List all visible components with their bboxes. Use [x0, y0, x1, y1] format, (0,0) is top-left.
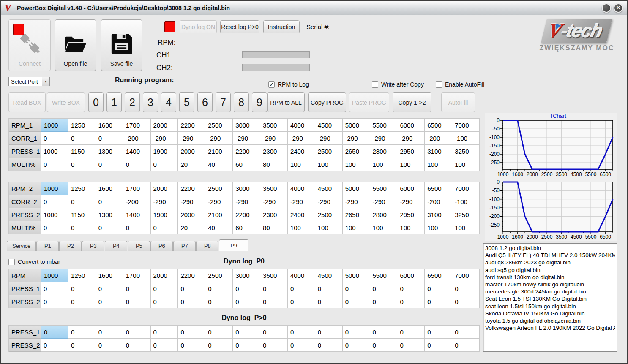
table-cell[interactable]: 0 — [397, 326, 425, 339]
table-cell[interactable]: 0 — [452, 339, 480, 352]
table-cell[interactable]: -290 — [315, 132, 343, 145]
table-cell[interactable]: -290 — [397, 195, 425, 208]
tab-p4[interactable]: P4 — [105, 241, 127, 251]
table-cell[interactable]: 1000 — [41, 182, 68, 195]
table-cell[interactable]: 3250 — [452, 145, 480, 158]
table-cell[interactable]: 5500 — [370, 119, 398, 132]
table-cell[interactable]: 2500 — [205, 269, 233, 282]
table-cell[interactable]: 3100 — [425, 145, 452, 158]
table-cell[interactable]: 1700 — [123, 269, 151, 282]
table-cell[interactable]: 0 — [68, 195, 96, 208]
table-cell[interactable]: 4500 — [315, 182, 343, 195]
table-cell[interactable]: 0 — [178, 339, 205, 352]
table-cell[interactable]: -290 — [370, 132, 398, 145]
table-cell[interactable]: 100 — [452, 221, 480, 234]
table-cell[interactable]: 1250 — [68, 182, 96, 195]
table-cell[interactable]: 2200 — [233, 145, 260, 158]
table-cell[interactable]: 80 — [260, 158, 288, 171]
table-cell[interactable]: 6000 — [397, 182, 425, 195]
table-cell[interactable]: 0 — [68, 282, 96, 295]
table-cell[interactable]: 6000 — [397, 119, 425, 132]
table-cell[interactable]: 0 — [96, 221, 123, 234]
table-cell[interactable]: 0 — [233, 326, 260, 339]
table-cell[interactable]: 60 — [233, 221, 260, 234]
table-cell[interactable]: 2950 — [397, 145, 425, 158]
table-cell[interactable]: 0 — [343, 282, 370, 295]
rpm-to-log-checkbox[interactable]: ✓ RPM to Log — [268, 81, 309, 88]
file-item[interactable]: audi sq5 go digital.bin — [485, 266, 615, 274]
table-cell[interactable]: 4000 — [288, 182, 315, 195]
table-cell[interactable]: 4500 — [315, 119, 343, 132]
table-cell[interactable]: 0 — [123, 326, 151, 339]
dyno-log-on-button[interactable]: Dyno log ON — [180, 20, 217, 33]
table-cell[interactable]: -290 — [233, 132, 260, 145]
file-item[interactable]: ford transit 130km go digital.bin — [485, 274, 615, 281]
copy-1-to-2-button[interactable]: Copy 1->2 — [393, 92, 431, 112]
table-cell[interactable]: 0 — [96, 195, 123, 208]
program-2-button[interactable]: 2 — [125, 92, 140, 112]
table-cell[interactable]: 6500 — [425, 119, 452, 132]
table-cell[interactable]: 1000 — [41, 269, 68, 282]
table-cell[interactable]: 80 — [260, 221, 288, 234]
program-8-button[interactable]: 8 — [234, 92, 249, 112]
table-cell[interactable]: 100 — [315, 158, 343, 171]
table-cell[interactable]: 5000 — [343, 269, 370, 282]
file-item[interactable]: mercedes gle 300d 245km go digital.bin — [485, 288, 615, 295]
table-cell[interactable]: 0 — [205, 339, 233, 352]
program-7-button[interactable]: 7 — [216, 92, 231, 112]
table-cell[interactable]: 5500 — [370, 269, 398, 282]
table-cell[interactable]: 0 — [452, 326, 480, 339]
table-cell[interactable]: 0 — [178, 282, 205, 295]
program-0-button[interactable]: 0 — [88, 92, 104, 112]
table-cell[interactable]: 0 — [315, 339, 343, 352]
table-cell[interactable]: 1300 — [96, 208, 123, 221]
table-cell[interactable]: -290 — [178, 132, 205, 145]
table-cell[interactable]: -290 — [397, 132, 425, 145]
table-cell[interactable]: 0 — [123, 295, 151, 308]
table-cell[interactable]: -200 — [123, 132, 151, 145]
table-cell[interactable]: 1600 — [96, 119, 123, 132]
table-cell[interactable]: 0 — [260, 326, 288, 339]
table-cell[interactable]: 0 — [151, 158, 178, 171]
table-cell[interactable]: -290 — [288, 195, 315, 208]
table-cell[interactable]: -200 — [425, 132, 452, 145]
table-cell[interactable]: 0 — [205, 326, 233, 339]
table-cell[interactable]: 0 — [68, 339, 96, 352]
table-cell[interactable]: 0 — [260, 339, 288, 352]
table-cell[interactable]: -290 — [343, 195, 370, 208]
table-cell[interactable]: 0 — [343, 295, 370, 308]
program-6-button[interactable]: 6 — [197, 92, 213, 112]
table-cell[interactable]: 0 — [425, 282, 452, 295]
tab-p3[interactable]: P3 — [82, 241, 104, 251]
table-cell[interactable]: 2200 — [178, 269, 205, 282]
table-cell[interactable]: 2200 — [178, 182, 205, 195]
table-cell[interactable]: 1300 — [96, 145, 123, 158]
table-cell[interactable]: -290 — [151, 195, 178, 208]
table-cell[interactable]: -100 — [452, 132, 480, 145]
table-cell[interactable]: 3250 — [452, 208, 480, 221]
table-cell[interactable]: 0 — [68, 326, 96, 339]
file-item[interactable]: Skoda Octavia IV 150KM Go Digital.bin — [485, 310, 615, 317]
table-cell[interactable]: 20 — [178, 221, 205, 234]
table-cell[interactable]: 2500 — [315, 208, 343, 221]
table-cell[interactable]: 0 — [68, 158, 96, 171]
file-item[interactable]: 3008 1.2 go digital.bin — [485, 244, 615, 252]
table-cell[interactable]: 100 — [425, 221, 452, 234]
table-cell[interactable]: 0 — [452, 282, 480, 295]
table-cell[interactable]: 0 — [178, 326, 205, 339]
table-cell[interactable]: 1250 — [68, 119, 96, 132]
table-cell[interactable]: 1250 — [68, 269, 96, 282]
table-cell[interactable]: 3100 — [425, 208, 452, 221]
table-cell[interactable]: -290 — [260, 132, 288, 145]
table-cell[interactable]: -290 — [370, 195, 398, 208]
table-cell[interactable]: 3500 — [260, 269, 288, 282]
file-item[interactable]: Audi Q5 II (FY FL) 40 TDI MHEV 2.0 150kW… — [485, 252, 615, 259]
table-cell[interactable]: 0 — [425, 326, 452, 339]
table-cell[interactable]: 0 — [315, 282, 343, 295]
copy-prog-button[interactable]: Copy PROG — [308, 92, 346, 112]
table-cell[interactable]: 1000 — [41, 208, 68, 221]
tab-p1[interactable]: P1 — [36, 241, 59, 251]
table-cell[interactable]: -290 — [315, 195, 343, 208]
table-cell[interactable]: 40 — [205, 158, 233, 171]
table-cell[interactable]: 2000 — [178, 208, 205, 221]
